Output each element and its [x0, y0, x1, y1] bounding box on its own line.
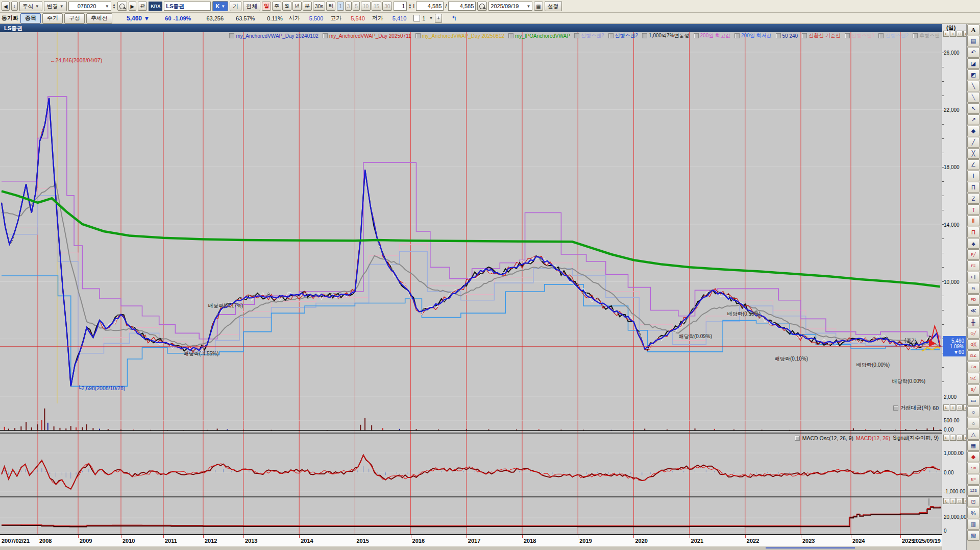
chevron-down-icon[interactable]: ▼ — [429, 16, 433, 20]
legend-item[interactable]: 200일 최고값 — [694, 32, 730, 39]
jump-arrow-icon[interactable]: ↰ — [451, 14, 457, 22]
nav-prev-button[interactable]: ◀ — [2, 2, 10, 11]
stock-code-input[interactable]: 078020▼ — [68, 2, 111, 11]
window-button-L[interactable]: L — [943, 404, 949, 411]
period-button-틱[interactable]: 틱 — [326, 2, 335, 11]
shares-canvas[interactable] — [0, 497, 942, 534]
drawing-tool-button[interactable]: ▭ — [967, 395, 979, 406]
minute-button-3[interactable]: 3 — [345, 2, 352, 11]
drawing-tool-button[interactable]: Ⅱ — [967, 216, 979, 226]
legend-checkbox-icon[interactable] — [795, 436, 800, 441]
drawing-tool-button[interactable]: Ⅰ — [967, 171, 979, 181]
drawing-tool-button[interactable]: ▧ — [967, 530, 979, 541]
multi-chart-checkbox[interactable] — [413, 15, 420, 21]
legend-item[interactable]: 선행스팬2 — [574, 32, 604, 39]
drawing-tool-button[interactable]: ↖ — [967, 103, 979, 114]
drawing-tool-button[interactable]: % — [967, 508, 979, 518]
drawing-tool-button[interactable]: S╱ — [967, 384, 979, 395]
sync-tab-2[interactable]: 구성 — [64, 13, 85, 23]
drawing-tool-button[interactable]: ◆ — [967, 451, 979, 462]
macd-canvas[interactable] — [0, 434, 942, 496]
period-button-월[interactable]: 월 — [282, 2, 291, 11]
drawing-tool-button[interactable]: ♣ — [967, 238, 979, 249]
minute-button-30[interactable]: 30 — [382, 2, 392, 11]
drawing-tool-button[interactable]: ╳ — [967, 148, 979, 159]
save-icon-button[interactable]: ▦ — [534, 2, 543, 11]
drawing-tool-button[interactable]: T — [967, 204, 979, 215]
drawing-tool-button[interactable]: Π — [967, 182, 979, 193]
change-select[interactable]: 변경▼ — [44, 1, 67, 11]
drawing-tool-button[interactable]: F╱ — [967, 249, 979, 260]
drawing-tool-button[interactable]: ◩ — [967, 69, 979, 80]
window-button-□[interactable]: □ — [957, 404, 963, 411]
shares-panel[interactable] — [0, 497, 942, 534]
legend-item[interactable]: 1,000억7%변동성 — [642, 32, 689, 39]
font-tool-button[interactable]: A — [967, 25, 979, 35]
minute-button-15[interactable]: 15 — [372, 2, 381, 11]
window-button-□[interactable]: □ — [957, 31, 963, 37]
legend-item[interactable]: 선행스팬2 — [608, 32, 639, 39]
all-button[interactable]: 전체 — [243, 1, 260, 11]
drawing-tool-button[interactable]: S∠ — [967, 373, 979, 384]
drawing-tool-button[interactable]: ○ — [967, 406, 979, 417]
bar-count-input[interactable]: 1 — [394, 2, 407, 11]
drawing-tool-button[interactable]: FD — [967, 294, 979, 305]
legend-item[interactable]: 200일 최저값 — [734, 32, 771, 39]
period-button-일[interactable]: 일 — [262, 2, 271, 11]
volume-panel[interactable]: 거래대금(억) 60 — [0, 403, 942, 433]
drawing-tool-button[interactable]: G╳ — [967, 339, 979, 350]
drawing-tool-button[interactable]: Fı — [967, 283, 979, 294]
period-button-분[interactable]: 분 — [303, 2, 312, 11]
window-button-I[interactable]: I — [950, 435, 956, 441]
legend-item[interactable]: 선행스팬2 — [878, 32, 909, 39]
stock-name-field[interactable]: LS증권 — [164, 2, 211, 11]
drawing-tool-button[interactable]: △ — [967, 429, 979, 440]
macd-panel[interactable]: MACD Osc(12, 26, 9) MACD(12, 26) Signal(… — [0, 434, 942, 496]
search-button[interactable] — [117, 2, 127, 11]
drawing-tool-button[interactable]: ╲ — [967, 81, 979, 91]
drawing-tool-button[interactable]: ◆ — [967, 126, 979, 136]
minute-button-1[interactable]: 1 — [337, 2, 344, 11]
drawing-tool-button[interactable]: Z — [967, 193, 979, 204]
code-stepper[interactable]: ▲▼ — [113, 3, 116, 9]
legend-item[interactable]: 50 240 — [776, 33, 798, 39]
drawing-tool-button[interactable]: ↶ — [967, 47, 979, 58]
drawing-tool-button[interactable]: ╱ — [967, 137, 979, 148]
legend-item[interactable]: my_AnchoredVWAP_Day 20240102 — [229, 33, 318, 39]
settings-button[interactable]: 설정 — [545, 1, 562, 11]
drawing-tool-button[interactable]: ∠ — [967, 159, 979, 170]
window-button-I[interactable]: I — [950, 498, 956, 504]
window-button-I[interactable]: I — [950, 31, 956, 37]
drawing-tool-button[interactable]: G∠ — [967, 350, 979, 361]
drawing-tool-button[interactable]: ╲ — [967, 92, 979, 103]
sync-tab-0[interactable]: 종목 — [20, 13, 41, 23]
period-button-주[interactable]: 주 — [272, 2, 281, 11]
window-button-L[interactable]: L — [943, 498, 949, 504]
drawing-tool-button[interactable]: ○ — [967, 418, 979, 428]
k-market-button[interactable]: K▼ — [212, 1, 228, 11]
drawing-tool-button[interactable]: ◪ — [967, 58, 979, 69]
period-button-30s[interactable]: 30s — [313, 2, 325, 11]
drawing-tool-button[interactable]: ↗ — [967, 114, 979, 125]
volume-canvas[interactable] — [0, 403, 942, 433]
gwan-button[interactable]: 관 — [138, 2, 147, 11]
add-chart-button[interactable]: + — [435, 14, 442, 23]
legend-checkbox-icon[interactable] — [893, 405, 898, 411]
drawing-tool-button[interactable]: E≈ — [967, 474, 979, 485]
legend-checkbox-icon[interactable] — [928, 498, 929, 506]
date-axis[interactable]: 2007/02/21200820092010201120122013201420… — [0, 534, 942, 546]
minute-button-5[interactable]: 5 — [353, 2, 360, 11]
window-button-L[interactable]: L — [943, 31, 949, 37]
range-from-input[interactable]: 4,585 — [416, 2, 444, 11]
expand-button[interactable]: ▶ — [129, 2, 137, 11]
period-button-년[interactable]: 년 — [292, 2, 302, 11]
drawing-tool-button[interactable]: S≈ — [967, 463, 979, 473]
minute-button-10[interactable]: 10 — [361, 2, 371, 11]
window-button-□[interactable]: □ — [957, 435, 963, 441]
drawing-tool-button[interactable]: ╫ — [967, 317, 979, 327]
main-chart-panel[interactable] — [0, 32, 942, 403]
drawing-tool-button[interactable]: ▥ — [967, 519, 979, 530]
window-button-I[interactable]: I — [950, 404, 956, 411]
asset-type-select[interactable]: 주식▼ — [19, 1, 42, 11]
window-button-□[interactable]: □ — [957, 498, 963, 504]
